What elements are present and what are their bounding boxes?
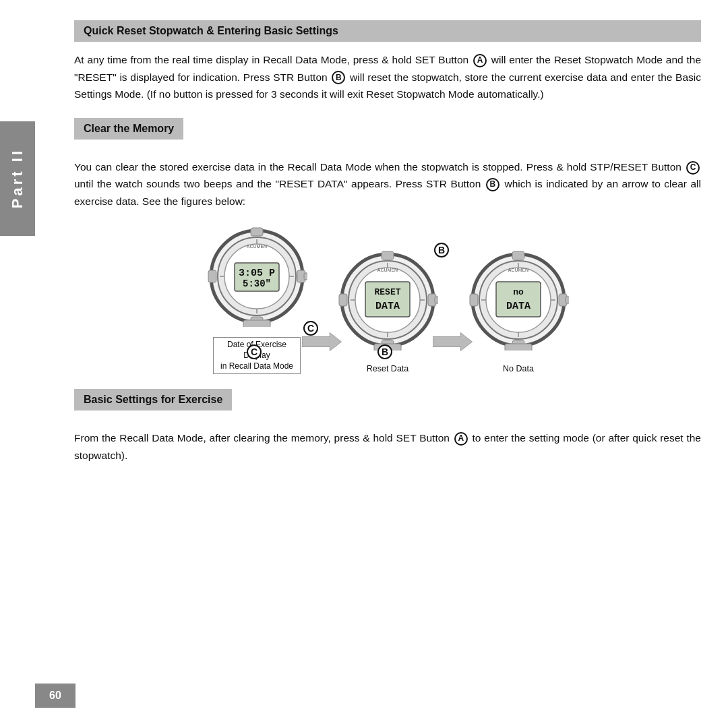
button-c-1: C	[686, 161, 700, 175]
svg-rect-40	[512, 251, 524, 260]
arrow-2-svg	[433, 330, 473, 354]
button-a-2: A	[454, 432, 468, 446]
watch-2-svg-wrap: ACUMEN RESET DATA	[337, 249, 438, 353]
basic-settings-header: Basic Settings for Exercise	[74, 389, 232, 411]
quick-reset-header: Quick Reset Stopwatch & Entering Basic S…	[74, 20, 701, 42]
page-number: 60	[49, 690, 61, 702]
svg-text:5:30": 5:30"	[243, 278, 271, 289]
button-b-1: B	[332, 71, 345, 84]
watch-2-svg: ACUMEN RESET DATA	[337, 249, 438, 351]
watch-3-svg-wrap: ACUMEN no DATA	[468, 249, 569, 353]
svg-rect-9	[243, 320, 270, 327]
arrow-2-button-b: B	[377, 344, 392, 359]
svg-rect-44	[566, 297, 569, 303]
svg-text:ACUMEN: ACUMEN	[508, 268, 528, 272]
svg-text:ACUMEN: ACUMEN	[247, 244, 267, 249]
svg-rect-4	[251, 228, 263, 236]
arrow-2: B	[433, 330, 473, 354]
watch-3-svg: ACUMEN no DATA	[468, 249, 569, 351]
svg-rect-26	[435, 297, 438, 303]
svg-text:ACUMEN: ACUMEN	[377, 268, 398, 272]
clear-memory-para: You can clear the stored exercise data i…	[74, 158, 701, 210]
quick-reset-para: At any time from the real time display i…	[74, 51, 701, 103]
svg-rect-42	[470, 294, 478, 306]
watch-2-label: Reset Data	[367, 363, 409, 374]
svg-text:3:05 P: 3:05 P	[239, 268, 275, 279]
svg-text:RESET: RESET	[374, 287, 400, 297]
svg-rect-6	[208, 270, 216, 282]
svg-text:DATA: DATA	[506, 301, 530, 312]
svg-rect-8	[304, 273, 307, 280]
part-tab: Part II	[0, 121, 35, 236]
svg-text:DATA: DATA	[375, 301, 400, 312]
clear-memory-header: Clear the Memory	[74, 118, 183, 140]
svg-text:no: no	[513, 287, 524, 297]
part-tab-label: Part II	[9, 148, 26, 208]
watch-1-svg: ACUMEN	[206, 226, 307, 327]
section-basic-settings: Basic Settings for Exercise From the Rec…	[74, 389, 701, 464]
page-number-box: 60	[35, 684, 75, 708]
svg-rect-22	[382, 251, 394, 260]
button-a-1: A	[473, 54, 487, 67]
svg-marker-35	[433, 333, 473, 351]
watch-diagrams-row: C ACUMEN	[74, 226, 701, 374]
svg-rect-45	[505, 344, 532, 351]
arrow-1-button-c: C	[247, 344, 262, 359]
watch-3-unit: ACUMEN no DATA	[468, 249, 569, 374]
basic-settings-para: From the Recall Data Mode, after clearin…	[74, 429, 701, 464]
section-clear-memory: Clear the Memory You can clear the store…	[74, 118, 701, 374]
main-content: Quick Reset Stopwatch & Entering Basic S…	[74, 20, 701, 708]
watch-1-button-c: C	[302, 321, 320, 336]
svg-rect-24	[339, 294, 347, 306]
button-b-2: B	[486, 178, 499, 191]
watch-3-label: No Data	[503, 363, 534, 374]
section-quick-reset: Quick Reset Stopwatch & Entering Basic S…	[74, 20, 701, 103]
watch-1-svg-wrap: C ACUMEN	[206, 226, 307, 329]
